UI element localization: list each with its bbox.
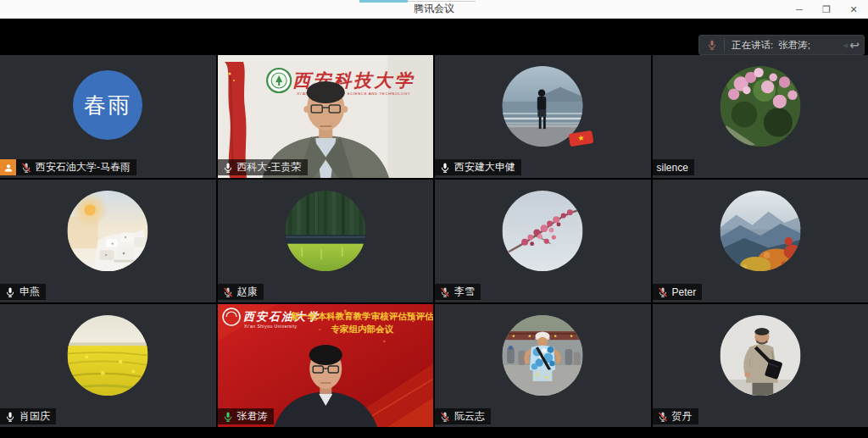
return-arrow-icon[interactable]: ↩: [849, 38, 860, 52]
avatar-photo: [720, 66, 800, 147]
speaking-indicator[interactable]: 正在讲话:张君涛; ◂ ↩: [698, 35, 865, 55]
avatar-photo: [68, 315, 148, 396]
speaking-text: 正在讲话:张君涛;: [725, 39, 843, 52]
tile-shenyan[interactable]: 申燕: [0, 180, 216, 302]
participant-label: 肖国庆: [0, 408, 56, 424]
participant-label: 赵康: [218, 284, 264, 300]
tile-wangguirong[interactable]: 西安科技大学 XI'AN UNIVERSITY OF SCIENCE AND T…: [218, 55, 434, 178]
host-icon: [0, 159, 16, 175]
mic-muted-icon: [657, 286, 669, 298]
tile-machunyu[interactable]: 春雨 西安石油大学-马春雨: [0, 55, 216, 178]
mic-on-icon: [4, 286, 16, 298]
tile-lixue[interactable]: 李雪: [435, 180, 651, 302]
mic-muted-icon: [439, 411, 451, 423]
mic-on-icon: [439, 162, 451, 174]
speaking-mic-icon: [699, 38, 725, 52]
participant-label: 西安建大申健: [435, 159, 521, 175]
participant-label: 李雪: [435, 284, 481, 300]
participant-label: 阮云志: [435, 408, 491, 424]
participant-label: Peter: [653, 284, 703, 300]
mic-muted-icon: [20, 162, 32, 174]
participant-label: 西科大-王贵荣: [218, 159, 308, 175]
tile-ruanyunzhi[interactable]: 阮云志: [435, 304, 651, 427]
tile-hedan[interactable]: 贺丹: [653, 304, 868, 427]
tile-zhaokang[interactable]: 赵康: [218, 180, 434, 302]
collapse-left-icon[interactable]: ◂: [843, 39, 848, 51]
top-accent-line: [408, 1, 476, 2]
participant-grid: 春雨 西安石油大学-马春雨: [0, 55, 868, 427]
window-title: 腾讯会议: [414, 2, 454, 16]
org-name-en: Xi'an Shiyou University: [244, 324, 298, 329]
mic-muted-icon: [657, 411, 669, 423]
participant-label: 申燕: [0, 284, 46, 300]
tile-peter[interactable]: Peter: [653, 180, 868, 302]
mic-on-icon: [4, 411, 16, 423]
avatar-initials: 春雨: [73, 70, 142, 140]
tile-xiaoguoqing[interactable]: 肖国庆: [0, 304, 216, 427]
tile-silence[interactable]: silence: [653, 55, 868, 178]
china-flag-badge: ★: [569, 130, 594, 147]
participant-label: 贺丹: [653, 408, 698, 424]
avatar-photo: [720, 315, 800, 396]
avatar-photo: [503, 315, 583, 396]
status-bar: 正在讲话:张君涛; ◂ ↩: [0, 19, 868, 55]
minimize-button[interactable]: ─: [792, 0, 807, 19]
tencent-meeting-window: 腾讯会议 ─ ❐ ✕ 正在讲话:张君涛; ◂ ↩ 春雨: [0, 0, 868, 438]
avatar-photo: [720, 191, 800, 271]
participant-label: 西安石油大学-马春雨: [0, 159, 136, 175]
tile-shenjian[interactable]: ★ 西安建大申健: [435, 55, 651, 178]
bottom-strip: [0, 427, 868, 438]
participant-label: silence: [653, 159, 694, 175]
avatar-photo: [285, 191, 365, 271]
close-button[interactable]: ✕: [846, 0, 861, 19]
tile-zhangjuntao[interactable]: 西安石油大学 Xi'an Shiyou University 新一轮本科教育教学…: [218, 304, 434, 427]
mic-on-icon: [222, 162, 234, 174]
banner-line1: 新一轮本科教育教学审核评估预评估: [290, 311, 433, 321]
mic-speaking-icon: [222, 411, 234, 423]
avatar-photo: [68, 191, 148, 271]
banner-line2: 专家组内部会议: [330, 324, 393, 335]
title-bar: 腾讯会议 ─ ❐ ✕: [0, 0, 868, 19]
mic-muted-icon: [222, 286, 234, 298]
mic-muted-icon: [439, 286, 451, 298]
participant-label: 张君涛: [218, 408, 274, 424]
avatar-photo: [503, 191, 583, 271]
top-accent-strip: [359, 0, 408, 3]
maximize-button[interactable]: ❐: [819, 0, 834, 19]
